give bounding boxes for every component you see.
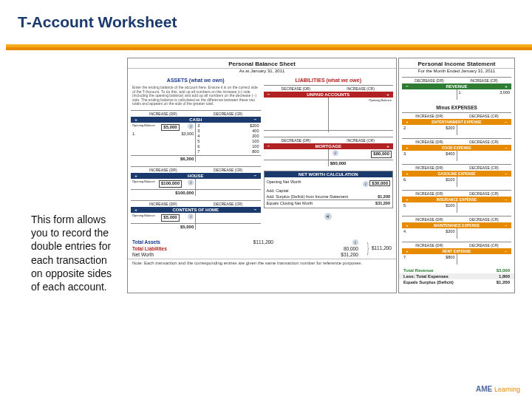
description-text: This form allows you to record the doubl… bbox=[31, 213, 127, 293]
cr-increase-label: INCREASE (CR) bbox=[328, 86, 393, 92]
inc-dr: INCREASE (DR) bbox=[402, 113, 457, 119]
info-icon[interactable]: i bbox=[188, 180, 194, 185]
balance-note: Note: Each transaction and the correspon… bbox=[128, 259, 396, 267]
income-statement: Personal Income Statement For the Month … bbox=[398, 58, 515, 293]
r4v: 200 bbox=[252, 134, 259, 139]
gas-val: $100 bbox=[446, 177, 454, 183]
info-icon[interactable]: i bbox=[188, 214, 194, 219]
opening-balance-label: Opening Balance bbox=[132, 123, 155, 132]
minus-sign: − bbox=[403, 84, 412, 89]
inc-dr: INCREASE (DR) bbox=[402, 165, 457, 171]
house-label: HOUSE bbox=[140, 174, 251, 178]
nw-surplus-label: Add: Surplus (Deficit) from Income State… bbox=[267, 194, 349, 199]
surplus-val: $1,200 bbox=[497, 280, 510, 284]
nw-open-label: Opening Net Worth bbox=[267, 180, 301, 187]
info-icon[interactable]: i bbox=[188, 123, 194, 129]
info-icon[interactable]: i bbox=[352, 239, 358, 245]
r3v: 400 bbox=[252, 129, 259, 134]
dr-increase-label: INCREASE (DR) bbox=[131, 201, 196, 207]
total-assets-label: Total Assets bbox=[132, 239, 177, 245]
decrease-dr-label: DECREASE (DR) bbox=[402, 78, 457, 83]
info-icon[interactable]: i bbox=[363, 181, 369, 187]
balance-sheet-title: Personal Balance Sheet bbox=[128, 58, 396, 69]
r2n: 3 bbox=[197, 123, 200, 129]
nw-closing-val: $31,200 bbox=[375, 201, 390, 205]
inc-dr: INCREASE (DR) bbox=[402, 191, 457, 197]
cash-total: $6,200 bbox=[131, 156, 196, 162]
cash-row1-val: $3,000 bbox=[181, 132, 194, 137]
cash-opening: $5,000 bbox=[161, 124, 179, 132]
dr-increase-label: INCREASE (DR) bbox=[131, 167, 196, 173]
r5n: 5 bbox=[197, 139, 200, 144]
r2v: $200 bbox=[250, 123, 259, 129]
maint-val: $200 bbox=[446, 229, 454, 234]
cr-increase-label: INCREASE (CR) bbox=[328, 137, 393, 143]
nw-closing-label: Equals Closing Net Worth bbox=[267, 201, 313, 205]
cash-t-account: INCREASE (DR) DECREASE (CR) + CASH − Ope… bbox=[131, 110, 261, 163]
gas-t-account: INCREASE (DR)DECREASE (CR) +GASOLINE EXP… bbox=[402, 164, 511, 187]
nw-addcap-label: Add: Capital bbox=[267, 188, 289, 193]
plus-sign: + bbox=[132, 208, 140, 212]
revenue-t-account: DECREASE (DR) INCREASE (CR) − REVENUE + … bbox=[402, 77, 511, 100]
maintenance-t-account: INCREASE (DR)DECREASE (CR) +MAINTENANCE … bbox=[402, 216, 511, 239]
total-assets-val: $111,200 bbox=[253, 239, 273, 245]
food-label: FOOD EXPENSE bbox=[412, 146, 502, 150]
food-t-account: INCREASE (DR)DECREASE (CR) +FOOD EXPENSE… bbox=[402, 138, 511, 161]
less-exp-val: 1,800 bbox=[499, 274, 510, 279]
minus-expenses-label: Minus EXPENSES bbox=[399, 103, 514, 111]
cr-decrease-label: DECREASE (CR) bbox=[196, 201, 261, 207]
dr-decrease-label: DECREASE (DR) bbox=[264, 86, 329, 92]
mortgage-label: MORTGAGE bbox=[273, 144, 384, 149]
inc-dr: INCREASE (DR) bbox=[402, 139, 457, 145]
ins-label: INSURANCE EXPENSE bbox=[412, 197, 502, 202]
networth-val: $31,200 bbox=[341, 252, 358, 257]
unpaid-label: UNPAID ACCOUNTS bbox=[273, 92, 384, 97]
balance-summary: Total Assets$111,200i Total Liabilities8… bbox=[128, 236, 396, 259]
liab-header: LIABILITIES (what we owe) bbox=[264, 77, 394, 85]
maint-label: MAINTENANCE EXPENSE bbox=[412, 223, 502, 228]
total-liab-val: 80,000 bbox=[344, 246, 358, 251]
inc-dr: INCREASE (DR) bbox=[402, 242, 457, 248]
assets-column: ASSETS (what we own) Enter the ending ba… bbox=[131, 77, 261, 234]
info-icon[interactable]: i bbox=[332, 150, 338, 156]
title-accent-stripe bbox=[0, 44, 532, 50]
contents-total: $5,000 bbox=[131, 224, 196, 230]
total-liab-label: Total Liabilities bbox=[132, 246, 177, 251]
unpaid-t-account: DECREASE (DR) INCREASE (CR) − UNPAID ACC… bbox=[264, 85, 394, 132]
worksheet-sheets: Personal Balance Sheet As at January 31,… bbox=[127, 58, 517, 293]
networth-label: Net Worth bbox=[132, 252, 177, 257]
minus-sign: − bbox=[251, 208, 260, 212]
balance-sheet: Personal Balance Sheet As at January 31,… bbox=[127, 58, 397, 293]
total-rev-label: Total Revenue bbox=[403, 268, 497, 273]
ent-no: 2. bbox=[403, 126, 407, 131]
dr-increase-label: INCREASE (DR) bbox=[131, 111, 196, 117]
opening-balance-label: Opening Balance bbox=[369, 98, 392, 102]
r4n: 4 bbox=[197, 134, 200, 139]
ins-no: 5. bbox=[403, 203, 407, 208]
dec-cr: DECREASE (CR) bbox=[457, 139, 511, 145]
r7n: 7 bbox=[197, 149, 200, 154]
dec-cr: DECREASE (CR) bbox=[457, 242, 511, 248]
opening-balance-label: Opening Balance bbox=[132, 180, 155, 188]
ent-label: ENTERTAINMENT EXPENSE bbox=[412, 120, 502, 124]
mortgage-opening: $80,000 bbox=[371, 151, 392, 158]
dec-cr: DECREASE (CR) bbox=[457, 165, 511, 171]
plus-sign: + bbox=[383, 144, 392, 149]
insurance-t-account: INCREASE (DR)DECREASE (CR) +INSURANCE EX… bbox=[402, 190, 511, 213]
cash-row1-no: 1. bbox=[132, 132, 136, 137]
mortgage-total: $80,000 bbox=[329, 160, 393, 166]
assets-header: ASSETS (what we own) bbox=[131, 77, 261, 85]
rent-label: RENT EXPENSE bbox=[412, 249, 502, 253]
ent-val: $200 bbox=[446, 126, 454, 131]
networth-box: NET WORTH CALCULATION Opening Net Worthi… bbox=[264, 171, 394, 208]
rev-val: 3,000 bbox=[499, 90, 510, 95]
mortgage-t-account: DECREASE (DR) INCREASE (CR) − MORTGAGE +… bbox=[264, 137, 394, 166]
r3n: 3 bbox=[197, 129, 200, 134]
arrow-left-icon bbox=[324, 213, 332, 220]
contents-opening: $5,000 bbox=[161, 214, 179, 222]
dec-cr: DECREASE (CR) bbox=[457, 191, 511, 197]
combined-val: $111,200 bbox=[372, 245, 392, 250]
page-title: T-Account Worksheet bbox=[0, 0, 532, 31]
revenue-label: REVENUE bbox=[412, 84, 502, 89]
food-no: 3. bbox=[403, 151, 407, 157]
